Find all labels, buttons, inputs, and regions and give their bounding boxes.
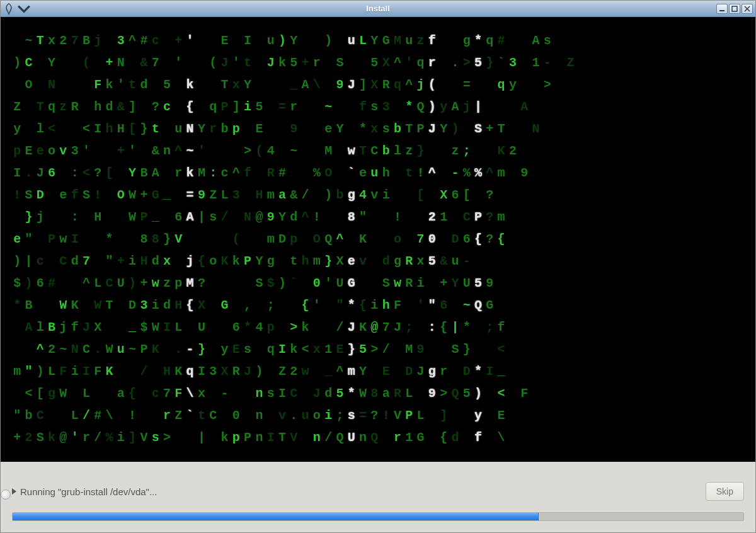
install-window: Install ~Tx27Bj 3^#c +' E I u)Y ) uLYGMu… [0,0,756,533]
maximize-button[interactable] [729,4,740,14]
minimize-button[interactable] [716,4,728,14]
titlebar[interactable]: Install [1,1,755,17]
window-controls [716,4,755,14]
progress-bar [12,512,744,521]
window-title: Install [366,4,390,13]
svg-rect-0 [719,10,724,11]
app-menu[interactable] [1,3,31,15]
app-icon [2,3,16,15]
chevron-down-icon[interactable] [17,3,31,15]
status-text: Running "grub-install /dev/vda"... [20,486,157,497]
svg-rect-1 [732,6,737,11]
skip-button[interactable]: Skip [706,482,744,501]
content: ~Tx27Bj 3^#c +' E I u)Y ) uLYGMuzf g*q# … [1,17,755,532]
footer: Running "grub-install /dev/vda"... Skip [1,462,755,532]
close-button[interactable] [742,4,753,14]
spinner-icon [1,490,11,500]
matrix-screensaver: ~Tx27Bj 3^#c +' E I u)Y ) uLYGMuzf g*q# … [1,17,755,462]
status-disclosure[interactable]: Running "grub-install /dev/vda"... [12,486,157,497]
disclosure-triangle-icon [12,488,16,495]
progress-fill [13,513,539,520]
